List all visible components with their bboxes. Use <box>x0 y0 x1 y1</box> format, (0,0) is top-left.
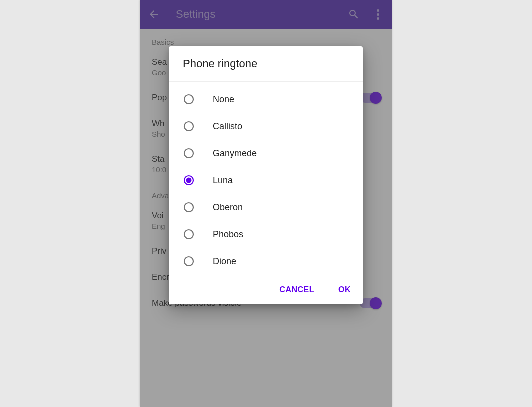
ringtone-option[interactable]: Dione <box>169 248 363 275</box>
ringtone-option[interactable]: Callisto <box>169 113 363 140</box>
svg-point-7 <box>184 257 194 266</box>
ringtone-option[interactable]: None <box>169 86 363 113</box>
ringtone-label: Callisto <box>213 122 242 132</box>
svg-point-2 <box>184 149 194 158</box>
radio-icon <box>183 202 195 214</box>
ringtone-label: None <box>213 94 234 105</box>
ringtone-dialog: Phone ringtone NoneCallistoGanymedeLunaO… <box>169 46 363 304</box>
dialog-title: Phone ringtone <box>169 46 363 82</box>
ringtone-list[interactable]: NoneCallistoGanymedeLunaOberonPhobosDion… <box>169 82 363 275</box>
ringtone-label: Oberon <box>213 202 243 213</box>
ringtone-label: Dione <box>213 256 236 267</box>
dialog-actions: CANCEL OK <box>169 275 363 304</box>
radio-icon <box>183 120 195 132</box>
ringtone-label: Ganymede <box>213 148 257 159</box>
svg-point-4 <box>186 178 192 184</box>
ringtone-option[interactable]: Oberon <box>169 194 363 221</box>
ringtone-option[interactable]: Luna <box>169 167 363 194</box>
ringtone-option[interactable]: Phobos <box>169 221 363 248</box>
ringtone-label: Phobos <box>213 230 244 240</box>
radio-icon <box>183 94 195 106</box>
radio-icon <box>183 228 195 240</box>
svg-point-5 <box>184 203 194 212</box>
svg-point-1 <box>184 122 194 131</box>
radio-icon <box>183 148 195 160</box>
ringtone-label: Luna <box>213 176 233 186</box>
ringtone-option[interactable]: Ganymede <box>169 140 363 167</box>
radio-icon <box>183 256 195 268</box>
radio-icon <box>183 174 195 186</box>
ok-button[interactable]: OK <box>336 282 353 298</box>
svg-point-6 <box>184 230 194 239</box>
cancel-button[interactable]: CANCEL <box>278 282 316 298</box>
svg-point-0 <box>184 95 194 104</box>
